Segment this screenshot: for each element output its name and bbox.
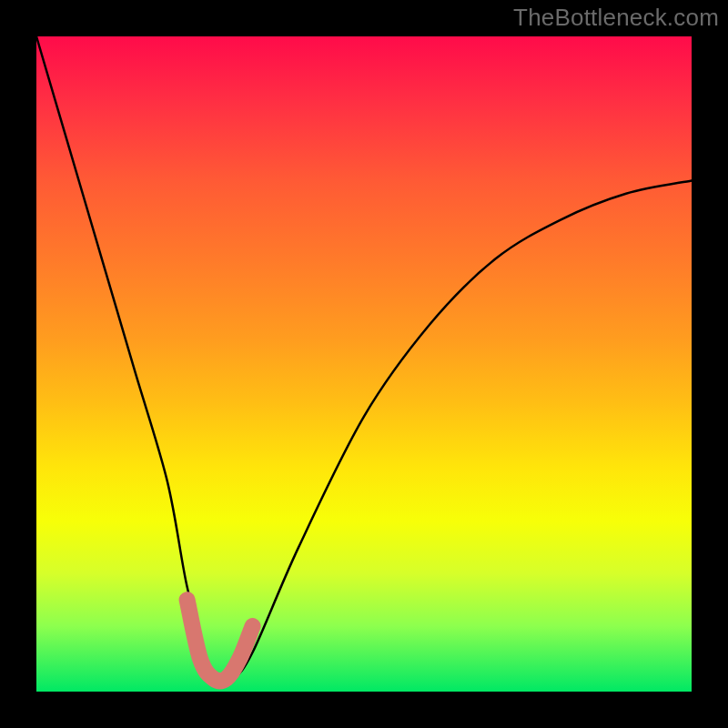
plot-area <box>36 36 692 692</box>
curve-layer <box>36 36 692 692</box>
chart-frame: TheBottleneck.com <box>0 0 728 728</box>
bottleneck-curve <box>36 36 692 682</box>
trough-highlight <box>187 600 253 681</box>
watermark-text: TheBottleneck.com <box>513 4 719 32</box>
